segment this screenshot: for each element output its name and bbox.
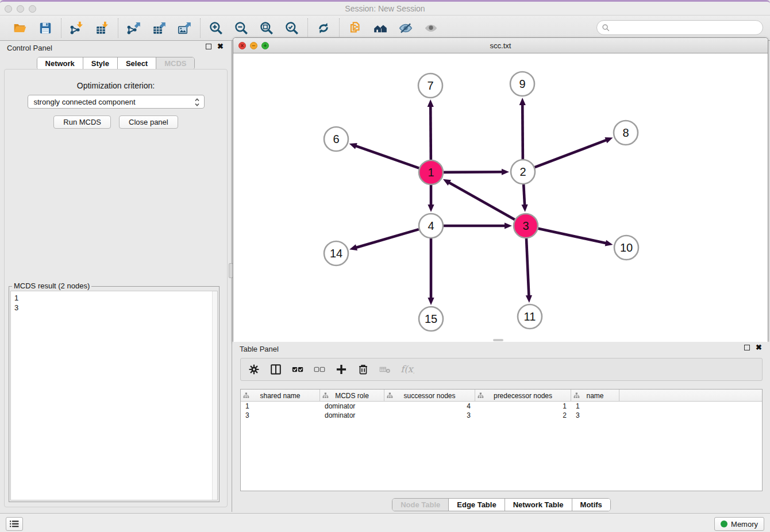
column-header-shared-name[interactable]: shared name (241, 390, 320, 402)
split-panel-icon[interactable] (267, 361, 284, 378)
zoom-in-icon[interactable] (206, 18, 226, 38)
edge-arrow-4-14 (349, 244, 357, 250)
node-label-4: 4 (428, 219, 434, 232)
canvas-scroll-nub[interactable] (493, 339, 503, 341)
column-header-label: shared name (260, 392, 300, 400)
edge-1-7[interactable] (430, 106, 431, 160)
column-header-name[interactable]: name (571, 390, 619, 402)
criterion-dropdown[interactable]: strongly connected component (28, 95, 205, 109)
open-folder-icon[interactable] (10, 18, 30, 38)
edge-2-3[interactable] (523, 184, 525, 206)
edge-arrow-1-6 (349, 143, 357, 149)
table-cell[interactable]: 4 (384, 402, 475, 411)
tab-network-table[interactable]: Network Table (505, 499, 572, 511)
tab-style[interactable]: Style (83, 57, 118, 70)
close-panel-icon[interactable]: ✖ (217, 44, 224, 49)
export-network-icon[interactable] (124, 18, 144, 38)
network-canvas[interactable]: 7968124314101511 (233, 53, 768, 342)
run-mcds-button[interactable]: Run MCDS (53, 115, 111, 129)
export-table-icon[interactable] (149, 18, 169, 38)
node-label-9: 9 (519, 78, 525, 90)
select-all-icon[interactable] (289, 361, 306, 378)
network-window-titlebar: × − + scc.txt (233, 38, 768, 53)
column-header-MCDS-role[interactable]: MCDS role (320, 390, 384, 402)
mcds-panel: Optimization criterion: strongly connect… (4, 69, 228, 507)
deselect-all-icon[interactable] (311, 361, 328, 378)
table-panel-title: Table Panel (240, 345, 279, 353)
search-input[interactable] (596, 20, 763, 35)
column-header-label: MCDS role (335, 392, 369, 400)
table-cell[interactable]: 3 (571, 411, 619, 420)
table-cell[interactable]: dominator (320, 411, 384, 420)
table-toolbar: f(x) (240, 358, 763, 381)
column-header-predecessor-nodes[interactable]: predecessor nodes (475, 390, 571, 402)
edge-4-14[interactable] (356, 229, 419, 248)
table-row[interactable]: 3dominator323 (241, 411, 762, 420)
tab-node-table[interactable]: Node Table (392, 499, 449, 511)
column-type-icon (387, 392, 393, 399)
tab-select[interactable]: Select (118, 57, 156, 70)
edge-2-8[interactable] (535, 140, 607, 167)
table-cell[interactable]: 1 (475, 402, 571, 411)
table-cell[interactable]: 1 (241, 402, 320, 411)
function-builder-icon: f(x) (398, 361, 415, 378)
zoom-out-icon[interactable] (232, 18, 251, 38)
node-label-11: 11 (524, 310, 536, 323)
close-panel-button[interactable]: Close panel (119, 115, 178, 129)
import-network-icon[interactable] (67, 18, 87, 38)
app-title: Session: New Session (0, 4, 770, 13)
trash-icon[interactable] (355, 361, 372, 378)
column-type-icon (243, 392, 249, 399)
table-float-panel-icon[interactable] (744, 345, 750, 350)
add-column-icon[interactable] (333, 361, 350, 378)
status-bar: Memory (0, 513, 770, 532)
table-cell[interactable]: 3 (241, 411, 320, 420)
column-type-icon (573, 392, 580, 399)
zoom-fit-icon[interactable] (257, 18, 276, 38)
float-panel-icon[interactable] (206, 44, 211, 49)
edge-arrow-2-8 (605, 137, 613, 143)
node-label-6: 6 (333, 133, 339, 145)
clone-network-icon[interactable] (345, 18, 365, 38)
tab-motifs[interactable]: Motifs (572, 499, 610, 511)
task-history-button[interactable] (6, 517, 23, 531)
control-panel-tabs: NetworkStyleSelectMCDS (37, 57, 195, 70)
memory-button-label: Memory (731, 520, 758, 529)
edge-arrow-3-11 (526, 295, 532, 303)
houses-icon[interactable] (371, 18, 390, 38)
list-icon (9, 520, 20, 528)
node-label-7: 7 (427, 79, 433, 92)
export-image-icon[interactable] (175, 18, 194, 38)
eye-icon[interactable] (421, 18, 441, 38)
table-cell[interactable]: 3 (384, 411, 475, 420)
edge-arrow-1-2 (502, 169, 509, 175)
node-table: shared nameMCDS rolesuccessor nodesprede… (240, 389, 763, 491)
table-cell[interactable]: 1 (571, 402, 619, 411)
table-cell[interactable]: dominator (320, 402, 384, 411)
table-row[interactable]: 1dominator411 (241, 402, 762, 411)
edge-1-2[interactable] (444, 172, 503, 172)
refresh-icon[interactable] (314, 18, 333, 38)
save-floppy-icon[interactable] (36, 18, 55, 38)
mcds-result-list[interactable]: 13 (10, 291, 218, 500)
tab-mcds[interactable]: MCDS (156, 57, 194, 70)
tab-network[interactable]: Network (37, 57, 83, 70)
edge-3-1[interactable] (448, 182, 514, 219)
column-header-label: predecessor nodes (494, 392, 552, 400)
import-table-icon[interactable] (93, 18, 112, 38)
edge-3-11[interactable] (526, 238, 529, 296)
edge-3-10[interactable] (538, 229, 606, 244)
memory-button[interactable]: Memory (714, 517, 764, 531)
tab-edge-table[interactable]: Edge Table (449, 499, 505, 511)
gear-icon[interactable] (245, 361, 263, 378)
network-window: × − + scc.txt 7968124314101511 (233, 37, 768, 342)
edge-2-9[interactable] (522, 104, 523, 159)
eye-slash-icon[interactable] (396, 18, 415, 38)
zoom-selected-icon[interactable] (282, 18, 302, 38)
edge-1-6[interactable] (355, 146, 419, 168)
table-close-panel-icon[interactable]: ✖ (756, 345, 762, 350)
result-scrollbar[interactable] (212, 291, 217, 500)
table-cell[interactable]: 2 (475, 411, 571, 420)
column-header-successor-nodes[interactable]: successor nodes (384, 390, 475, 402)
column-header-label: name (586, 392, 603, 400)
